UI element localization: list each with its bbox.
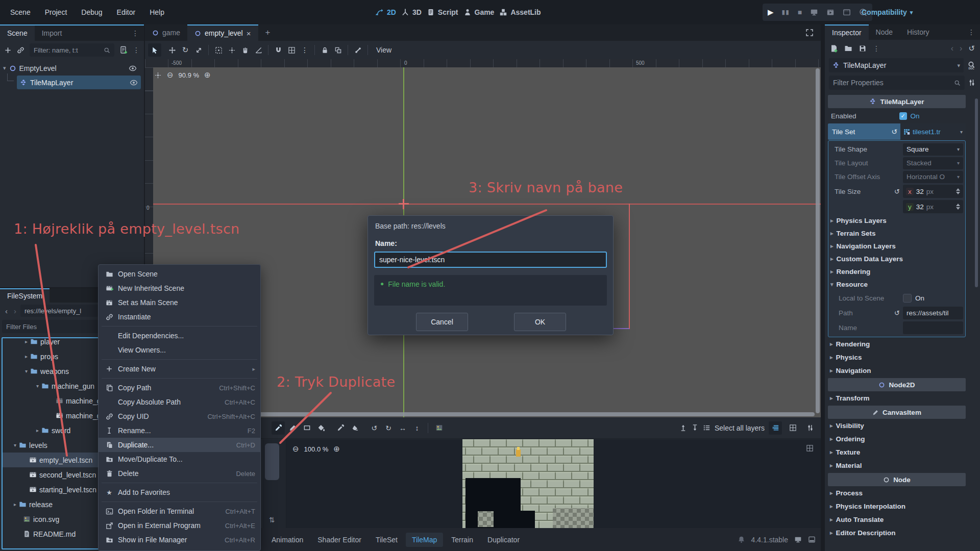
- new-resource-icon[interactable]: [830, 44, 838, 53]
- rotate-right-button[interactable]: ↻: [382, 421, 395, 435]
- history-forward-icon[interactable]: ›: [960, 44, 962, 53]
- tile-layout-dropdown[interactable]: Stacked ▾: [903, 157, 963, 169]
- zoom-percent-label[interactable]: 100.0 %: [304, 445, 329, 453]
- tile-size-y-field[interactable]: y 32 px: [903, 200, 963, 213]
- section-header-canvasitem[interactable]: CanvasItem: [828, 406, 966, 419]
- menu-copy-uid[interactable]: Copy UID Ctrl+Shift+Alt+C: [99, 409, 260, 423]
- pause-button[interactable]: ▮▮: [782, 9, 790, 16]
- tileset-resource-value[interactable]: tileset1.tr: [913, 128, 941, 136]
- flip-h-button[interactable]: ↔: [396, 421, 409, 435]
- new-scene-tab-button[interactable]: +: [258, 28, 278, 38]
- menu-scene[interactable]: Scene: [4, 5, 37, 19]
- revert-icon[interactable]: ↺: [891, 128, 900, 136]
- section-header-tilemaplayer[interactable]: TileMapLayer: [828, 95, 966, 108]
- grid-snap-toggle[interactable]: [285, 43, 298, 57]
- category-rendering-tileset[interactable]: ▸Rendering: [830, 265, 963, 278]
- menu-delete[interactable]: Delete Delete: [99, 466, 260, 481]
- tile-rect-tool[interactable]: [300, 421, 313, 435]
- section-header-node2d[interactable]: Node2D: [828, 378, 966, 391]
- menu-add-to-favorites[interactable]: ★ Add to Favorites: [99, 485, 260, 499]
- section-header-node[interactable]: Node: [828, 473, 966, 486]
- tab-node[interactable]: Node: [869, 24, 900, 40]
- flip-v-button[interactable]: ↕: [410, 421, 424, 435]
- play-custom-scene-button[interactable]: [843, 8, 851, 16]
- sort-sources-up-icon[interactable]: [679, 424, 687, 432]
- menu-copy-path[interactable]: Copy Path Ctrl+Shift+C: [99, 381, 260, 395]
- revert-icon[interactable]: ↺: [894, 188, 903, 195]
- scale-tool[interactable]: [192, 43, 205, 57]
- rotate-left-button[interactable]: ↺: [368, 421, 381, 435]
- zoom-in-button[interactable]: ⊕: [204, 70, 211, 80]
- menu-help[interactable]: Help: [143, 5, 170, 19]
- tile-atlas-view[interactable]: ⊖ 100.0 % ⊕: [286, 439, 821, 528]
- grid-toggle[interactable]: [786, 421, 799, 435]
- category-physics-interpolation[interactable]: ▸Physics Interpolation: [828, 499, 966, 513]
- cancel-button[interactable]: Cancel: [416, 313, 468, 331]
- save-resource-icon[interactable]: [859, 44, 867, 53]
- zoom-percent-label[interactable]: 90.9 %: [179, 71, 199, 79]
- tile-picker-tool[interactable]: [334, 421, 347, 435]
- resource-path-field[interactable]: res://assets/til: [903, 307, 963, 319]
- select-region-tool[interactable]: [212, 43, 225, 57]
- category-physics[interactable]: ▸Physics: [828, 350, 966, 364]
- category-process[interactable]: ▸Process: [828, 486, 966, 499]
- category-terrain-sets[interactable]: ▸Terrain Sets: [830, 227, 963, 240]
- play-button[interactable]: ▶: [768, 8, 774, 17]
- prop-tile-set[interactable]: Tile Set ↺ tileset1.tr ▾: [828, 123, 966, 140]
- tab-scene[interactable]: Scene: [0, 26, 35, 41]
- spinner-icon[interactable]: [956, 188, 960, 194]
- sort-sources-down-icon[interactable]: [691, 424, 699, 432]
- edit-history-icon[interactable]: ↺: [968, 44, 975, 53]
- tileset-atlas-image[interactable]: [462, 439, 594, 528]
- workspace-3d[interactable]: 3D: [401, 8, 422, 16]
- category-ordering[interactable]: ▸Ordering: [828, 432, 966, 445]
- scene-dock-menu-icon[interactable]: ⋮: [127, 29, 144, 37]
- bottom-tab-shader-editor[interactable]: Shader Editor: [311, 533, 368, 547]
- add-node-button[interactable]: [4, 46, 12, 54]
- scene-filter-input[interactable]: Filter: name, t:t: [30, 43, 114, 57]
- workspace-2d[interactable]: 2D: [376, 8, 396, 16]
- open-docs-icon[interactable]: [967, 61, 976, 70]
- stop-button[interactable]: ■: [798, 8, 802, 16]
- visibility-eye-icon[interactable]: [130, 79, 138, 87]
- notification-bell-icon[interactable]: [738, 536, 745, 543]
- nav-back-icon[interactable]: ‹: [3, 307, 10, 315]
- scene-tab-game[interactable]: game: [145, 24, 187, 41]
- category-rendering[interactable]: ▸Rendering: [828, 337, 966, 350]
- smart-snap-toggle[interactable]: [272, 43, 285, 57]
- instantiate-scene-button[interactable]: [17, 46, 24, 54]
- expand-bottom-panel-icon[interactable]: [808, 536, 816, 543]
- history-back-icon[interactable]: ‹: [951, 44, 953, 53]
- close-icon[interactable]: ×: [247, 29, 251, 38]
- scene-tab-empty-level[interactable]: empty_level ×: [187, 24, 258, 41]
- inspector-scrollbar[interactable]: [975, 98, 978, 287]
- category-visibility[interactable]: ▸Visibility: [828, 419, 966, 432]
- local-to-scene-checkbox[interactable]: [903, 294, 912, 303]
- ruler-tool[interactable]: [252, 43, 265, 57]
- zoom-out-button[interactable]: ⊖: [292, 444, 299, 454]
- bottom-tab-tileset[interactable]: TileSet: [370, 533, 404, 547]
- tile-offset-axis-dropdown[interactable]: Horizontal O ▾: [903, 171, 963, 183]
- menu-debug[interactable]: Debug: [75, 5, 108, 19]
- tile-size-x-field[interactable]: x 32 px: [903, 185, 963, 198]
- bottom-tab-animation[interactable]: Animation: [265, 533, 309, 547]
- menu-set-main-scene[interactable]: Set as Main Scene: [99, 295, 260, 310]
- menu-new-inherited-scene[interactable]: New Inherited Scene: [99, 281, 260, 295]
- tab-import[interactable]: Import: [35, 26, 69, 41]
- category-custom-data-layers[interactable]: ▸Custom Data Layers: [830, 253, 963, 265]
- menu-view-owners[interactable]: View Owners...: [99, 343, 260, 357]
- snap-options-menu[interactable]: ⋮: [298, 43, 311, 57]
- move-tool[interactable]: [165, 43, 179, 57]
- category-transform[interactable]: ▸Transform: [828, 391, 966, 405]
- pan-tool[interactable]: [238, 43, 252, 57]
- random-tile-toggle[interactable]: [432, 421, 446, 435]
- collapse-icon[interactable]: ▾: [3, 65, 6, 71]
- remote-debug-icon[interactable]: [810, 8, 818, 16]
- tab-inspector[interactable]: Inspector: [825, 24, 869, 40]
- console-toggle-icon[interactable]: [794, 536, 802, 543]
- zoom-in-button[interactable]: ⊕: [333, 444, 340, 454]
- attach-script-button[interactable]: [119, 46, 128, 54]
- category-texture[interactable]: ▸Texture: [828, 445, 966, 459]
- ok-button[interactable]: OK: [514, 313, 566, 331]
- property-tools-icon[interactable]: [968, 79, 976, 87]
